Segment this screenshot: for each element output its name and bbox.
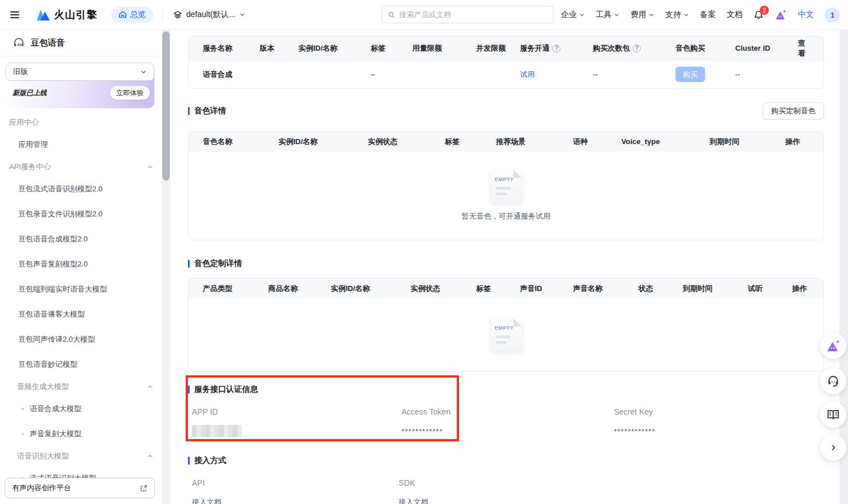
menu-beian[interactable]: 备案 bbox=[700, 10, 716, 20]
sidebar-item-model[interactable]: 豆包端到端实时语音大模型 bbox=[0, 277, 161, 302]
col-language: 语种 bbox=[573, 137, 621, 147]
workspace-label: default(默认... bbox=[186, 10, 235, 20]
overview-label: 总览 bbox=[130, 10, 146, 20]
col-usage-quota: 用量限额 bbox=[412, 43, 476, 54]
voice-custom-header: 音色定制详情 bbox=[188, 257, 824, 270]
col-actions: 操作 bbox=[792, 284, 809, 294]
col-status: 状态 bbox=[638, 284, 683, 294]
app-id-label: APP ID bbox=[188, 407, 402, 416]
secret-key-label: Secret Key bbox=[614, 407, 824, 416]
sidebar-scrollbar[interactable] bbox=[162, 30, 170, 504]
voice-table-header: 音色名称 实例ID/名称 实例状态 标签 推荐场景 语种 Voice_type … bbox=[189, 132, 824, 151]
product-header: AI 豆包语音 bbox=[0, 30, 161, 56]
ai-assistant-fab[interactable] bbox=[820, 333, 846, 359]
global-search bbox=[382, 6, 554, 23]
voice-empty-state: EMPTY 暂无音色，可开通服务试用 bbox=[189, 151, 824, 240]
avatar[interactable]: 1 bbox=[825, 7, 840, 23]
sidebar-item-model[interactable]: 豆包流式语音识别模型2.0 bbox=[0, 177, 161, 202]
help-icon[interactable]: ? bbox=[633, 44, 641, 52]
col-service-open: 服务开通? bbox=[520, 43, 593, 54]
api-doc-link[interactable]: 接入文档 bbox=[188, 496, 399, 504]
sidebar-item-model[interactable]: 声音复刻大模型 bbox=[0, 421, 161, 446]
page-scrollbar[interactable] bbox=[839, 30, 848, 504]
empty-document-icon: EMPTY bbox=[491, 318, 522, 351]
audio-creation-platform-link[interactable]: 有声内容创作平台 bbox=[5, 478, 155, 498]
product-title: 豆包语音 bbox=[31, 38, 65, 48]
buy-button[interactable]: 购买 bbox=[675, 67, 705, 82]
group-app-center: 应用中心 bbox=[0, 113, 161, 132]
sidebar-item-model[interactable]: 豆包语音合成模型2.0 bbox=[0, 227, 161, 252]
col-expire: 到期时间 bbox=[710, 137, 785, 147]
group-audio-gen[interactable]: 音频生成大模型 bbox=[0, 377, 161, 396]
empty-state-text: 暂无音色，可开通服务试用 bbox=[462, 211, 551, 222]
col-expire: 到期时间 bbox=[683, 284, 748, 294]
menu-tools[interactable]: 工具 bbox=[596, 10, 620, 20]
trial-link[interactable]: 试用 bbox=[520, 69, 593, 80]
sidebar: AI 豆包语音 旧版 新版已上线 立即体验 应用中心 应用管理 API服务中心 … bbox=[0, 30, 161, 504]
col-version: 版本 bbox=[260, 43, 298, 54]
col-purchase-package: 购买次数包? bbox=[593, 43, 675, 54]
chevron-down-icon bbox=[140, 68, 147, 75]
menu-enterprise[interactable]: 企业 bbox=[561, 10, 585, 20]
group-asr[interactable]: 语音识别大模型 bbox=[0, 446, 161, 466]
sidebar-item-app-manage[interactable]: 应用管理 bbox=[0, 132, 161, 157]
chevron-down-icon bbox=[579, 12, 585, 18]
chevron-up-icon bbox=[147, 453, 153, 460]
collapse-fab[interactable] bbox=[820, 435, 846, 461]
voice-custom-card: 产品类型 商品名称 实例ID/名称 实例状态 标签 声音ID 声音名称 状态 到… bbox=[188, 278, 824, 372]
brand-logo[interactable]: 火山引擎 bbox=[35, 8, 97, 22]
search-input[interactable] bbox=[399, 10, 547, 19]
col-instance-status: 实例状态 bbox=[368, 137, 445, 147]
page: 火山引擎 总览 default(默认... 企业 工具 费用 支持 备案 文档 bbox=[0, 0, 848, 504]
menu-billing[interactable]: 费用 bbox=[630, 10, 654, 20]
hamburger-menu-icon[interactable] bbox=[10, 11, 19, 18]
buy-custom-voice-button[interactable]: 购买定制音色 bbox=[763, 103, 824, 120]
try-now-button[interactable]: 立即体验 bbox=[110, 86, 150, 100]
app-id-value-redacted bbox=[192, 425, 242, 437]
col-voice-purchase: 音色购买 bbox=[675, 43, 735, 54]
col-view: 查看 bbox=[798, 38, 809, 59]
custom-empty-state: EMPTY bbox=[189, 298, 824, 371]
language-switch[interactable]: 中文 bbox=[798, 10, 814, 20]
sidebar-item-model[interactable]: 豆包同声传译2.0大模型 bbox=[0, 327, 161, 352]
chevron-up-icon bbox=[147, 164, 153, 170]
sidebar-item-model[interactable]: 语音合成大模型 bbox=[0, 396, 161, 421]
audio-creation-platform-label: 有声内容创作平台 bbox=[12, 483, 71, 493]
home-icon bbox=[118, 10, 127, 19]
ai-assistant-icon[interactable] bbox=[775, 9, 787, 21]
headset-ai-icon: AI bbox=[13, 36, 25, 49]
col-instance: 实例ID/名称 bbox=[298, 43, 371, 54]
table-row: 语音合成 – 试用 -- 购买 -- bbox=[189, 60, 824, 88]
col-tag: 标签 bbox=[445, 137, 496, 147]
docs-fab[interactable] bbox=[820, 401, 846, 428]
tag-cell: – bbox=[371, 70, 412, 79]
navbar-right: 企业 工具 费用 支持 备案 文档 2 中文 1 bbox=[561, 0, 840, 30]
cluster-id-cell: -- bbox=[735, 70, 798, 79]
svg-text:AI: AI bbox=[17, 43, 21, 47]
col-voice-name: 声音名称 bbox=[573, 284, 638, 294]
auth-section: 服务接口认证信息 APP ID Access Token ***********… bbox=[188, 384, 824, 437]
scrollbar-thumb[interactable] bbox=[162, 31, 170, 181]
notification-bell[interactable]: 2 bbox=[753, 10, 764, 20]
help-icon[interactable]: ? bbox=[552, 44, 560, 52]
notification-badge: 2 bbox=[760, 6, 769, 15]
menu-support[interactable]: 支持 bbox=[665, 10, 689, 20]
sidebar-item-model[interactable]: 豆包语音妙记模型 bbox=[0, 352, 161, 377]
version-select[interactable]: 旧版 bbox=[6, 63, 154, 81]
workspace-selector[interactable]: default(默认... bbox=[173, 10, 245, 20]
voice-detail-header: 音色详情 购买定制音色 bbox=[188, 103, 824, 120]
sidebar-item-model[interactable]: 豆包语音播客大模型 bbox=[0, 302, 161, 327]
sidebar-item-model[interactable]: 豆包声音复刻模型2.0 bbox=[0, 252, 161, 277]
divider bbox=[162, 10, 163, 20]
sidebar-item-model[interactable]: 豆包录音文件识别模型2.0 bbox=[0, 202, 161, 227]
chevron-down-icon bbox=[239, 11, 245, 18]
section-title: 音色定制详情 bbox=[188, 259, 242, 269]
overview-button[interactable]: 总览 bbox=[111, 7, 153, 23]
group-api-center[interactable]: API服务中心 bbox=[0, 157, 161, 177]
top-navbar: 火山引擎 总览 default(默认... 企业 工具 费用 支持 备案 文档 bbox=[0, 0, 848, 30]
menu-docs[interactable]: 文档 bbox=[727, 10, 743, 20]
support-fab[interactable] bbox=[820, 368, 846, 394]
sdk-doc-link[interactable]: 接入文档 bbox=[399, 496, 824, 504]
voice-detail-card: 音色名称 实例ID/名称 实例状态 标签 推荐场景 语种 Voice_type … bbox=[188, 131, 824, 240]
chevron-down-icon bbox=[649, 12, 654, 18]
